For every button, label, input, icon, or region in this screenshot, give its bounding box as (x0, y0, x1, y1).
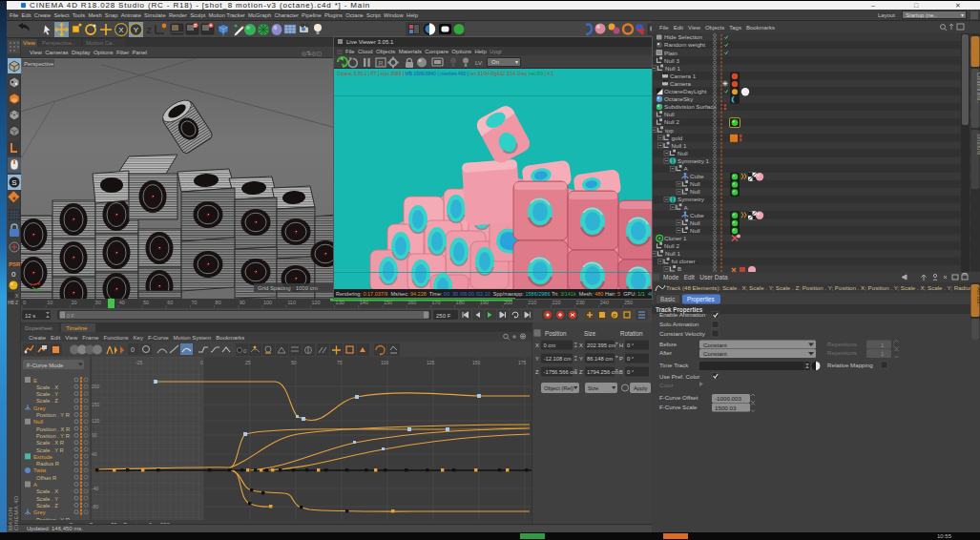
svg-text:Scale . Y: Scale . Y (36, 391, 58, 397)
svg-text:Basic: Basic (660, 296, 675, 302)
svg-text:fui cloner: fui cloner (672, 258, 696, 264)
svg-text:F-Curve Scale: F-Curve Scale (659, 404, 698, 410)
svg-text:Null 1: Null 1 (665, 250, 680, 257)
svg-text:86.148 cm: 86.148 cm (587, 356, 613, 362)
svg-text:Repetitions: Repetitions (827, 341, 857, 347)
svg-text:50: 50 (143, 300, 149, 305)
svg-text:HB: HB (8, 300, 15, 305)
svg-text:A: A (33, 482, 37, 488)
svg-text:250 F: 250 F (436, 313, 451, 319)
svg-text:Track (48 Elements): Scale . X: Track (48 Elements): Scale . X; Scale . … (666, 284, 980, 291)
svg-text:0: 0 (200, 360, 203, 365)
svg-text:OctaneDayLight: OctaneDayLight (664, 88, 707, 94)
svg-text:Scale . Y R: Scale . Y R (36, 447, 64, 453)
svg-text:X: X (15, 293, 19, 299)
svg-text:-80: -80 (92, 504, 98, 509)
svg-text:Camera 1: Camera 1 (670, 73, 697, 79)
svg-text:202.395 cm: 202.395 cm (587, 343, 615, 348)
svg-text:Null: Null (690, 219, 700, 226)
svg-text:X: X (579, 343, 583, 348)
svg-text:Null 3: Null 3 (664, 57, 679, 64)
svg-text:0 °: 0 ° (627, 369, 634, 375)
svg-text:Relative Mapping: Relative Mapping (827, 362, 873, 368)
svg-text:Grey: Grey (33, 405, 46, 411)
svg-text:Plain: Plain (664, 50, 678, 56)
svg-text:50: 50 (291, 360, 297, 365)
svg-text:Twist: Twist (33, 467, 47, 473)
svg-text:OctaneSky: OctaneSky (664, 95, 694, 102)
svg-text:0 °: 0 ° (627, 356, 634, 362)
svg-text:Scale . Z: Scale . Z (36, 503, 58, 509)
svg-text:-25: -25 (136, 360, 142, 365)
svg-text:Cube: Cube (690, 173, 704, 179)
svg-text:E: E (33, 378, 37, 384)
svg-text:-12.108 cm: -12.108 cm (544, 356, 572, 362)
svg-text:Scale . X R: Scale . X R (36, 440, 64, 446)
svg-text:Y: Y (134, 26, 139, 34)
svg-text:Symmetry 1: Symmetry 1 (678, 157, 710, 164)
svg-text:Null: Null (33, 419, 43, 425)
svg-text:0 F: 0 F (67, 313, 75, 319)
svg-text:Symmetry: Symmetry (678, 197, 705, 203)
svg-text:Constant Velocity: Constant Velocity (659, 330, 706, 337)
svg-text:Null: Null (664, 111, 675, 117)
svg-text:Cube: Cube (690, 212, 704, 218)
svg-text:70: 70 (191, 300, 197, 305)
svg-text:-40: -40 (92, 486, 98, 491)
svg-text:Null 1: Null 1 (665, 65, 680, 72)
svg-text:150: 150 (92, 402, 100, 407)
svg-text:240: 240 (600, 300, 609, 305)
svg-text:Position . Y R: Position . Y R (36, 433, 70, 439)
svg-text:0 cm: 0 cm (544, 343, 556, 348)
svg-text:0 °: 0 ° (627, 343, 634, 348)
svg-text:120: 120 (311, 300, 320, 305)
svg-text:110: 110 (287, 300, 296, 305)
svg-text:0: 0 (11, 270, 16, 279)
svg-text:Perspective: Perspective (24, 61, 54, 67)
svg-text:1: 1 (881, 342, 885, 348)
svg-text:X: X (535, 343, 539, 348)
svg-text:Cloner 1: Cloner 1 (664, 235, 687, 241)
svg-text:Y: Y (579, 356, 583, 362)
svg-text:Grey: Grey (33, 509, 46, 515)
svg-text:Position . Y R: Position . Y R (36, 412, 70, 418)
svg-text:Solo Animation: Solo Animation (659, 321, 699, 327)
svg-text:1: 1 (881, 350, 885, 357)
svg-text:Dopesheet: Dopesheet (25, 325, 52, 331)
svg-text:Object (Rel): Object (Rel) (544, 385, 573, 391)
svg-text:F-Curve Offset: F-Curve Offset (659, 394, 699, 401)
svg-text:Content Bro..: Content Bro.. (976, 73, 980, 104)
svg-text:A: A (684, 204, 689, 211)
svg-text:Scale . Z: Scale . Z (36, 398, 58, 404)
svg-text:Z: Z (146, 26, 152, 35)
svg-text:F-Curve Mode: F-Curve Mode (27, 363, 64, 368)
svg-text:250: 250 (624, 300, 633, 305)
svg-text:Enable Animation: Enable Animation (659, 311, 706, 318)
svg-text:220: 220 (552, 300, 560, 305)
svg-text:Grid Spacing : 1000 cm: Grid Spacing : 1000 cm (258, 285, 318, 291)
svg-text:LV:: LV: (475, 60, 484, 66)
svg-text:100: 100 (263, 300, 272, 305)
svg-text:125: 125 (427, 360, 435, 365)
svg-text:Y: Y (535, 356, 539, 362)
svg-text:Attribut..: Attribut.. (976, 287, 980, 307)
svg-text:0: 0 (23, 300, 26, 305)
svg-text:Create Edit View Frame: Create Edit View Frame Functions Key F-C… (29, 335, 244, 341)
svg-text:Hide Selection: Hide Selection (664, 33, 702, 40)
svg-text:PSR: PSR (9, 261, 21, 267)
svg-text:Structure: Structure (976, 134, 980, 155)
svg-text:P: P (613, 313, 616, 319)
svg-text:150: 150 (472, 360, 481, 365)
svg-text:Rotation: Rotation (620, 330, 643, 337)
svg-text:12 s: 12 s (25, 313, 35, 319)
svg-text:-1756.566 cm: -1756.566 cm (544, 369, 578, 375)
svg-text:B: B (619, 369, 623, 375)
svg-text:B: B (678, 265, 681, 272)
svg-text:100: 100 (381, 360, 389, 365)
svg-text:H: H (619, 343, 623, 348)
svg-text:Repetitions: Repetitions (827, 349, 857, 356)
svg-text:1794.256 cm: 1794.256 cm (587, 369, 619, 375)
svg-text:Size: Size (584, 330, 596, 337)
svg-text:Constant: Constant (703, 350, 727, 357)
svg-text:Null: Null (678, 150, 688, 156)
